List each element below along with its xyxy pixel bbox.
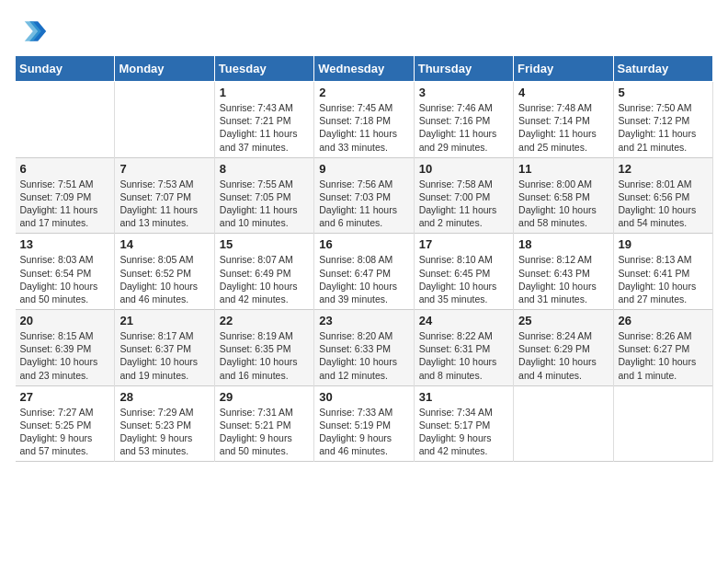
- calendar-cell: 23Sunrise: 8:20 AMSunset: 6:33 PMDayligh…: [314, 310, 414, 386]
- calendar-cell: 19Sunrise: 8:13 AMSunset: 6:41 PMDayligh…: [613, 234, 712, 310]
- calendar-cell: 24Sunrise: 8:22 AMSunset: 6:31 PMDayligh…: [414, 310, 513, 386]
- day-info: Sunrise: 8:10 AMSunset: 6:45 PMDaylight:…: [419, 253, 508, 305]
- calendar-cell: 9Sunrise: 7:56 AMSunset: 7:03 PMDaylight…: [314, 157, 414, 234]
- calendar-cell: 3Sunrise: 7:46 AMSunset: 7:16 PMDaylight…: [414, 82, 513, 158]
- header-day: Friday: [514, 56, 613, 82]
- day-info: Sunrise: 7:43 AMSunset: 7:21 PMDaylight:…: [220, 101, 309, 154]
- day-number: 6: [20, 162, 110, 176]
- day-number: 7: [119, 162, 209, 176]
- calendar-cell: 30Sunrise: 7:33 AMSunset: 5:19 PMDayligh…: [314, 385, 414, 462]
- day-info: Sunrise: 8:13 AMSunset: 6:41 PMDaylight:…: [619, 253, 708, 305]
- calendar-cell: 1Sunrise: 7:43 AMSunset: 7:21 PMDaylight…: [214, 82, 313, 158]
- day-number: 22: [220, 314, 309, 327]
- day-info: Sunrise: 7:51 AMSunset: 7:09 PMDaylight:…: [20, 178, 110, 230]
- day-number: 16: [319, 237, 408, 251]
- day-info: Sunrise: 8:19 AMSunset: 6:35 PMDaylight:…: [220, 329, 309, 382]
- day-number: 4: [518, 86, 608, 99]
- header-day: Monday: [115, 56, 214, 82]
- day-info: Sunrise: 7:29 AMSunset: 5:23 PMDaylight:…: [119, 406, 209, 458]
- logo-icon: [15, 15, 48, 48]
- calendar-cell: 18Sunrise: 8:12 AMSunset: 6:43 PMDayligh…: [514, 234, 613, 310]
- day-info: Sunrise: 7:45 AMSunset: 7:18 PMDaylight:…: [319, 101, 408, 154]
- calendar-cell: 5Sunrise: 7:50 AMSunset: 7:12 PMDaylight…: [613, 82, 712, 158]
- day-number: 27: [20, 390, 110, 404]
- calendar-week: 6Sunrise: 7:51 AMSunset: 7:09 PMDaylight…: [16, 157, 713, 234]
- calendar-cell: 17Sunrise: 8:10 AMSunset: 6:45 PMDayligh…: [414, 234, 513, 310]
- day-number: 3: [419, 86, 508, 99]
- calendar-week: 1Sunrise: 7:43 AMSunset: 7:21 PMDaylight…: [16, 82, 713, 158]
- calendar-cell: 4Sunrise: 7:48 AMSunset: 7:14 PMDaylight…: [514, 82, 613, 158]
- day-info: Sunrise: 7:34 AMSunset: 5:17 PMDaylight:…: [419, 406, 508, 458]
- calendar-cell: 6Sunrise: 7:51 AMSunset: 7:09 PMDaylight…: [16, 157, 115, 234]
- calendar-cell: 28Sunrise: 7:29 AMSunset: 5:23 PMDayligh…: [115, 385, 214, 462]
- calendar-cell: 12Sunrise: 8:01 AMSunset: 6:56 PMDayligh…: [613, 157, 712, 234]
- calendar-cell: 31Sunrise: 7:34 AMSunset: 5:17 PMDayligh…: [414, 385, 513, 462]
- day-number: 18: [518, 237, 608, 251]
- day-info: Sunrise: 8:01 AMSunset: 6:56 PMDaylight:…: [619, 178, 708, 230]
- day-number: 14: [119, 237, 209, 251]
- day-info: Sunrise: 8:08 AMSunset: 6:47 PMDaylight:…: [319, 253, 408, 305]
- header-day: Saturday: [613, 56, 712, 82]
- calendar-cell: 26Sunrise: 8:26 AMSunset: 6:27 PMDayligh…: [613, 310, 712, 386]
- day-info: Sunrise: 7:56 AMSunset: 7:03 PMDaylight:…: [319, 178, 408, 230]
- day-info: Sunrise: 7:50 AMSunset: 7:12 PMDaylight:…: [619, 101, 708, 154]
- day-info: Sunrise: 7:31 AMSunset: 5:21 PMDaylight:…: [220, 406, 309, 458]
- header-day: Tuesday: [214, 56, 313, 82]
- day-number: 25: [518, 314, 608, 327]
- day-info: Sunrise: 8:12 AMSunset: 6:43 PMDaylight:…: [518, 253, 608, 305]
- calendar-cell: 13Sunrise: 8:03 AMSunset: 6:54 PMDayligh…: [16, 234, 115, 310]
- day-number: 24: [419, 314, 508, 327]
- calendar-table: SundayMondayTuesdayWednesdayThursdayFrid…: [15, 55, 713, 462]
- day-number: 10: [419, 162, 508, 176]
- header-day: Sunday: [16, 56, 115, 82]
- day-number: 13: [20, 237, 110, 251]
- calendar-cell: 8Sunrise: 7:55 AMSunset: 7:05 PMDaylight…: [214, 157, 313, 234]
- calendar-cell: 11Sunrise: 8:00 AMSunset: 6:58 PMDayligh…: [514, 157, 613, 234]
- day-info: Sunrise: 8:22 AMSunset: 6:31 PMDaylight:…: [419, 329, 508, 382]
- calendar-week: 13Sunrise: 8:03 AMSunset: 6:54 PMDayligh…: [16, 234, 713, 310]
- day-info: Sunrise: 7:46 AMSunset: 7:16 PMDaylight:…: [419, 101, 508, 154]
- header-day: Thursday: [414, 56, 513, 82]
- calendar-cell: [115, 82, 214, 158]
- calendar-week: 27Sunrise: 7:27 AMSunset: 5:25 PMDayligh…: [16, 385, 713, 462]
- day-number: 31: [419, 390, 508, 404]
- calendar-cell: 25Sunrise: 8:24 AMSunset: 6:29 PMDayligh…: [514, 310, 613, 386]
- day-number: 20: [20, 314, 110, 327]
- day-info: Sunrise: 8:00 AMSunset: 6:58 PMDaylight:…: [518, 178, 608, 230]
- calendar-cell: 15Sunrise: 8:07 AMSunset: 6:49 PMDayligh…: [214, 234, 313, 310]
- day-number: 23: [319, 314, 408, 327]
- header-day: Wednesday: [314, 56, 414, 82]
- day-info: Sunrise: 7:53 AMSunset: 7:07 PMDaylight:…: [119, 178, 209, 230]
- day-info: Sunrise: 7:55 AMSunset: 7:05 PMDaylight:…: [220, 178, 309, 230]
- day-info: Sunrise: 8:05 AMSunset: 6:52 PMDaylight:…: [119, 253, 209, 305]
- day-info: Sunrise: 8:24 AMSunset: 6:29 PMDaylight:…: [518, 329, 608, 382]
- day-info: Sunrise: 8:17 AMSunset: 6:37 PMDaylight:…: [119, 329, 209, 382]
- day-number: 17: [419, 237, 508, 251]
- day-number: 11: [518, 162, 608, 176]
- day-number: 12: [619, 162, 708, 176]
- day-number: 15: [220, 237, 309, 251]
- day-info: Sunrise: 7:27 AMSunset: 5:25 PMDaylight:…: [20, 406, 110, 458]
- day-info: Sunrise: 8:03 AMSunset: 6:54 PMDaylight:…: [20, 253, 110, 305]
- day-info: Sunrise: 8:07 AMSunset: 6:49 PMDaylight:…: [220, 253, 309, 305]
- day-number: 8: [220, 162, 309, 176]
- day-number: 30: [319, 390, 408, 404]
- calendar-cell: [514, 385, 613, 462]
- day-number: 21: [119, 314, 209, 327]
- calendar-cell: 29Sunrise: 7:31 AMSunset: 5:21 PMDayligh…: [214, 385, 313, 462]
- day-number: 29: [220, 390, 309, 404]
- calendar-cell: 10Sunrise: 7:58 AMSunset: 7:00 PMDayligh…: [414, 157, 513, 234]
- calendar-cell: 7Sunrise: 7:53 AMSunset: 7:07 PMDaylight…: [115, 157, 214, 234]
- calendar-week: 20Sunrise: 8:15 AMSunset: 6:39 PMDayligh…: [16, 310, 713, 386]
- day-info: Sunrise: 7:33 AMSunset: 5:19 PMDaylight:…: [319, 406, 408, 458]
- day-number: 2: [319, 86, 408, 99]
- header: [15, 15, 713, 48]
- calendar-cell: 21Sunrise: 8:17 AMSunset: 6:37 PMDayligh…: [115, 310, 214, 386]
- day-number: 26: [619, 314, 708, 327]
- calendar-cell: [16, 82, 115, 158]
- calendar-cell: 14Sunrise: 8:05 AMSunset: 6:52 PMDayligh…: [115, 234, 214, 310]
- day-info: Sunrise: 8:26 AMSunset: 6:27 PMDaylight:…: [619, 329, 708, 382]
- calendar-cell: 22Sunrise: 8:19 AMSunset: 6:35 PMDayligh…: [214, 310, 313, 386]
- day-number: 9: [319, 162, 408, 176]
- calendar-cell: 27Sunrise: 7:27 AMSunset: 5:25 PMDayligh…: [16, 385, 115, 462]
